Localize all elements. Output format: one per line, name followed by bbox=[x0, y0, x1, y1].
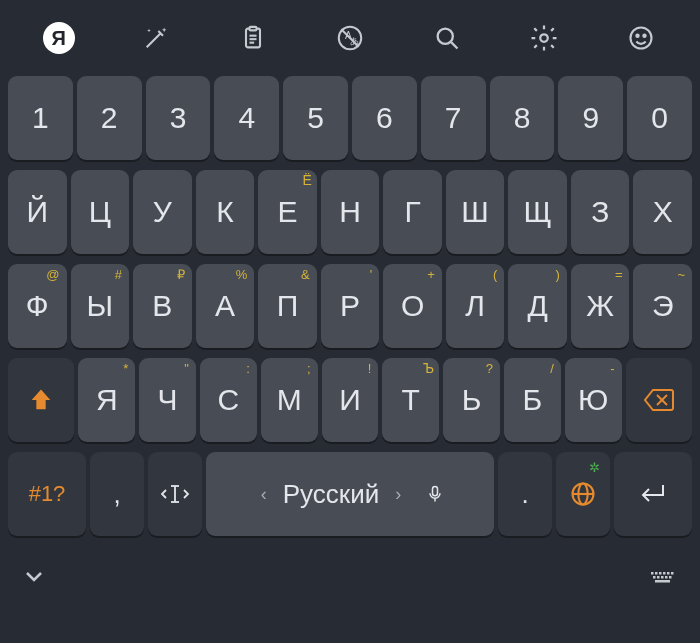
row-numbers: 1 2 3 4 5 6 7 8 9 0 bbox=[6, 76, 694, 160]
key-ж[interactable]: Ж= bbox=[571, 264, 630, 348]
svg-line-10 bbox=[451, 42, 457, 48]
key-ш[interactable]: Ш bbox=[446, 170, 505, 254]
microphone-icon bbox=[425, 484, 445, 504]
key-й[interactable]: Й bbox=[8, 170, 67, 254]
key-0[interactable]: 0 bbox=[627, 76, 692, 160]
key-ц[interactable]: Ц bbox=[71, 170, 130, 254]
row-bottom: #1? , ‹ Русский › . bbox=[6, 452, 694, 536]
key-5[interactable]: 5 bbox=[283, 76, 348, 160]
key-п[interactable]: П& bbox=[258, 264, 317, 348]
key-ь[interactable]: Ь? bbox=[443, 358, 500, 442]
key-н[interactable]: Н bbox=[321, 170, 380, 254]
row-letters-3: Я* Ч" С: М; И! ТЪ Ь? Б/ Ю- bbox=[6, 358, 694, 442]
svg-point-13 bbox=[637, 35, 639, 37]
keyboard: 1 2 3 4 5 6 7 8 9 0 Й Ц У К ЕЁ Н Г Ш Щ З… bbox=[0, 76, 700, 536]
key-л[interactable]: Л( bbox=[446, 264, 505, 348]
cursor-move-key[interactable] bbox=[148, 452, 202, 536]
key-9[interactable]: 9 bbox=[558, 76, 623, 160]
key-щ[interactable]: Щ bbox=[508, 170, 567, 254]
svg-rect-26 bbox=[655, 572, 658, 575]
svg-rect-32 bbox=[657, 576, 660, 579]
key-ф[interactable]: Ф@ bbox=[8, 264, 67, 348]
key-с[interactable]: С: bbox=[200, 358, 257, 442]
enter-icon bbox=[637, 481, 669, 507]
key-1[interactable]: 1 bbox=[8, 76, 73, 160]
svg-rect-25 bbox=[651, 572, 654, 575]
svg-rect-34 bbox=[665, 576, 668, 579]
key-з[interactable]: З bbox=[571, 170, 630, 254]
search-icon[interactable] bbox=[427, 18, 467, 58]
keyboard-toolbar: Я A あ bbox=[0, 0, 700, 76]
key-д[interactable]: Д) bbox=[508, 264, 567, 348]
key-х[interactable]: Х bbox=[633, 170, 692, 254]
language-label: Русский bbox=[283, 479, 379, 510]
key-и[interactable]: И! bbox=[322, 358, 379, 442]
key-ы[interactable]: Ы# bbox=[71, 264, 130, 348]
key-о[interactable]: О+ bbox=[383, 264, 442, 348]
collapse-keyboard-button[interactable] bbox=[22, 564, 46, 588]
key-6[interactable]: 6 bbox=[352, 76, 417, 160]
svg-point-14 bbox=[644, 35, 646, 37]
svg-rect-36 bbox=[655, 580, 670, 583]
key-е[interactable]: ЕЁ bbox=[258, 170, 317, 254]
key-у[interactable]: У bbox=[133, 170, 192, 254]
cursor-move-icon bbox=[160, 482, 190, 506]
period-key[interactable]: . bbox=[498, 452, 552, 536]
key-8[interactable]: 8 bbox=[490, 76, 555, 160]
svg-point-12 bbox=[631, 28, 652, 49]
svg-rect-31 bbox=[653, 576, 656, 579]
spacebar[interactable]: ‹ Русский › bbox=[206, 452, 494, 536]
svg-rect-28 bbox=[663, 572, 666, 575]
yandex-icon[interactable]: Я bbox=[39, 18, 79, 58]
chevron-right-icon: › bbox=[389, 484, 407, 505]
symbols-key[interactable]: #1? bbox=[8, 452, 86, 536]
backspace-icon bbox=[643, 387, 675, 413]
key-м[interactable]: М; bbox=[261, 358, 318, 442]
gear-icon[interactable] bbox=[524, 18, 564, 58]
svg-rect-33 bbox=[661, 576, 664, 579]
svg-rect-29 bbox=[667, 572, 670, 575]
shift-key[interactable] bbox=[8, 358, 74, 442]
key-ч[interactable]: Ч" bbox=[139, 358, 196, 442]
svg-rect-30 bbox=[671, 572, 674, 575]
settings-badge-icon: ✲ bbox=[589, 460, 600, 475]
svg-point-11 bbox=[541, 34, 549, 42]
key-ю[interactable]: Ю- bbox=[565, 358, 622, 442]
enter-key[interactable] bbox=[614, 452, 692, 536]
comma-key[interactable]: , bbox=[90, 452, 144, 536]
svg-point-9 bbox=[438, 29, 453, 44]
key-э[interactable]: Э~ bbox=[633, 264, 692, 348]
key-т[interactable]: ТЪ bbox=[382, 358, 439, 442]
key-2[interactable]: 2 bbox=[77, 76, 142, 160]
key-к[interactable]: К bbox=[196, 170, 255, 254]
globe-icon bbox=[569, 480, 597, 508]
backspace-key[interactable] bbox=[626, 358, 692, 442]
svg-rect-1 bbox=[249, 27, 256, 31]
collapse-bar bbox=[0, 546, 700, 606]
key-г[interactable]: Г bbox=[383, 170, 442, 254]
key-7[interactable]: 7 bbox=[421, 76, 486, 160]
svg-rect-35 bbox=[669, 576, 672, 579]
language-switch-key[interactable]: ✲ bbox=[556, 452, 610, 536]
keyboard-mode-button[interactable] bbox=[648, 565, 678, 587]
key-я[interactable]: Я* bbox=[78, 358, 135, 442]
svg-rect-0 bbox=[246, 29, 260, 48]
chevron-left-icon: ‹ bbox=[255, 484, 273, 505]
svg-rect-20 bbox=[433, 487, 438, 496]
key-р[interactable]: Р' bbox=[321, 264, 380, 348]
row-letters-1: Й Ц У К ЕЁ Н Г Ш Щ З Х bbox=[6, 170, 694, 254]
keyboard-icon bbox=[648, 565, 678, 587]
key-а[interactable]: А% bbox=[196, 264, 255, 348]
svg-rect-27 bbox=[659, 572, 662, 575]
row-letters-2: Ф@ Ы# В₽ А% П& Р' О+ Л( Д) Ж= Э~ bbox=[6, 264, 694, 348]
key-б[interactable]: Б/ bbox=[504, 358, 561, 442]
magic-wand-icon[interactable] bbox=[136, 18, 176, 58]
key-3[interactable]: 3 bbox=[146, 76, 211, 160]
clipboard-icon[interactable] bbox=[233, 18, 273, 58]
chevron-down-icon bbox=[22, 564, 46, 588]
emoji-icon[interactable] bbox=[621, 18, 661, 58]
shift-icon bbox=[27, 386, 55, 414]
key-4[interactable]: 4 bbox=[214, 76, 279, 160]
key-в[interactable]: В₽ bbox=[133, 264, 192, 348]
translate-icon[interactable]: A あ bbox=[330, 18, 370, 58]
